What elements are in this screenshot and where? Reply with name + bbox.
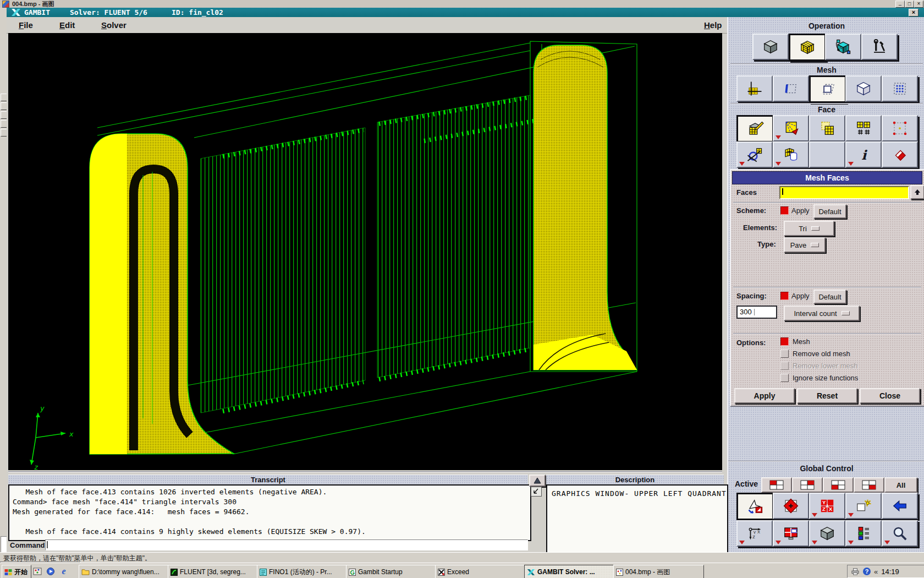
gambit-titlebar[interactable]: GAMBIT Solver: FLUENT 5/6 ID: fin_cl02 ×	[7, 8, 924, 17]
taskbar-task-fluent[interactable]: FLUENT [3d, segreg...	[168, 565, 258, 578]
spacing-input[interactable]: 300	[736, 306, 777, 319]
paint-statusbar: 要获得帮助，请在"帮助"菜单中，单击"帮助主题"。	[0, 552, 924, 563]
face-copy-mesh-button[interactable]	[809, 115, 845, 141]
quick-launch-paint-icon[interactable]	[32, 566, 43, 577]
operation-geometry-button[interactable]	[752, 34, 789, 60]
taskbar-task-fino[interactable]: FINO1 (活动的) - Pr...	[257, 565, 348, 578]
help-tray-icon[interactable]: ?	[863, 568, 871, 575]
operation-tools-button[interactable]	[861, 34, 898, 60]
transcript-header[interactable]: Transcript	[8, 475, 528, 485]
active-quadrant-4-button[interactable]	[854, 477, 884, 493]
command-input[interactable]	[45, 539, 528, 550]
svg-text:Z: Z	[822, 506, 826, 512]
taskbar-task-gambit[interactable]: GAMBIT Solver: ...	[524, 565, 615, 578]
operation-mesh-button[interactable]	[789, 34, 826, 61]
boundary-layer-icon	[745, 80, 764, 97]
fluent-icon	[170, 569, 178, 576]
mesh-edge-button[interactable]	[773, 75, 809, 102]
display-attributes-button[interactable]	[845, 493, 882, 519]
active-quadrant-3-button[interactable]	[823, 477, 854, 493]
active-quadrant-2-button[interactable]	[792, 477, 823, 493]
edge-mesh-icon	[782, 80, 800, 97]
screen-layout-button[interactable]	[773, 520, 809, 547]
graphics-viewport[interactable]: x y z	[8, 33, 722, 470]
menu-file[interactable]: File	[19, 20, 33, 30]
option-mesh-checkbox[interactable]	[780, 337, 789, 346]
spacing-apply-checkbox[interactable]	[780, 292, 789, 300]
paint-close-button[interactable]: ×	[914, 1, 923, 8]
undo-view-button[interactable]	[882, 493, 918, 519]
quadrant-top-right-icon	[800, 480, 815, 490]
face-link-mesh-button[interactable]	[845, 115, 882, 141]
all-quadrants-button[interactable]: All	[884, 477, 917, 493]
menu-solver[interactable]: Solver	[101, 20, 127, 30]
faces-list-button[interactable]	[910, 185, 924, 199]
face-mesh-faces-button[interactable]	[736, 115, 774, 143]
mesh-face-button[interactable]	[809, 75, 846, 103]
render-model-button[interactable]	[809, 520, 845, 547]
form-close-button[interactable]: Close	[860, 388, 920, 403]
transcript-detach-button[interactable]	[531, 487, 542, 497]
fit-to-window-button[interactable]	[736, 493, 774, 520]
taskbar-task-gambit-startup[interactable]: G Gambit Startup	[346, 565, 437, 578]
quick-launch-media-icon[interactable]	[45, 566, 56, 577]
option-ignore-size-functions-checkbox[interactable]	[780, 374, 789, 382]
transcript-scroll-up-button[interactable]	[529, 475, 546, 487]
active-quadrant-1-button[interactable]	[761, 477, 792, 493]
taskbar-task-exceed[interactable]: Exceed	[435, 565, 526, 578]
mesh-boundary-layer-button[interactable]	[736, 75, 773, 102]
quick-launch-ie-icon[interactable]: e	[58, 566, 69, 577]
spacing-default-button[interactable]: Default	[813, 290, 846, 304]
start-button[interactable]: 开始	[2, 565, 31, 578]
scheme-label: Scheme:	[736, 206, 766, 215]
titlebar-app-name: GAMBIT	[24, 8, 50, 17]
gambit-close-button[interactable]: ×	[909, 9, 919, 17]
face-empty-button[interactable]	[809, 141, 845, 168]
transcript-line: Mesh generated for face face.414: mesh f…	[13, 507, 530, 517]
face-summarize-button[interactable]	[882, 115, 918, 141]
spacing-mode-option-menu[interactable]: Interval count	[784, 306, 860, 321]
face-info-button[interactable]: i	[845, 141, 882, 168]
color-legend-button[interactable]	[845, 520, 882, 547]
fino-document-icon	[260, 569, 267, 576]
form-reset-button[interactable]: Reset	[797, 388, 857, 403]
option-remove-old-mesh-checkbox[interactable]	[780, 350, 789, 358]
faces-input[interactable]	[779, 186, 909, 199]
paint-maximize-button[interactable]: □	[905, 1, 914, 8]
scheme-apply-checkbox[interactable]	[780, 206, 789, 215]
face-move-mesh-button[interactable]	[773, 141, 809, 168]
taskbar-task-paint[interactable]: 004.bmp - 画图	[613, 565, 704, 578]
examine-mesh-button[interactable]	[882, 520, 918, 547]
elements-option-menu[interactable]: Tri	[784, 221, 834, 236]
tray-chevron[interactable]: «	[874, 568, 878, 576]
printer-tray-icon[interactable]	[851, 568, 860, 575]
svg-text:G: G	[350, 569, 355, 575]
render-light-icon	[854, 498, 873, 514]
axis-orientation-button[interactable]: YXZ	[736, 520, 773, 547]
align-axes-button[interactable]: YYZX	[809, 493, 845, 519]
operation-zones-button[interactable]	[825, 34, 861, 60]
mesh-title: Mesh	[728, 66, 924, 74]
paint-minimize-button[interactable]: _	[895, 1, 905, 8]
menu-edit[interactable]: Edit	[59, 20, 75, 30]
menu-help[interactable]: Help	[704, 20, 722, 30]
scheme-default-button[interactable]: Default	[813, 204, 846, 219]
undo-arrow-icon	[890, 498, 909, 514]
description-header[interactable]: Description	[546, 475, 724, 485]
mesh-volume-button[interactable]	[845, 75, 882, 102]
type-option-menu[interactable]: Pave	[784, 237, 826, 253]
color-legend-icon	[854, 525, 873, 542]
volume-mesh-icon	[854, 80, 873, 97]
description-text: GRAPHICS WINDOW- UPPER LEFT QUADRANT	[552, 489, 727, 499]
transcript-line: Command> face mesh "face.414" triangle i…	[13, 497, 530, 507]
orient-model-button[interactable]	[773, 493, 809, 519]
face-vertex-spacing-button[interactable]	[773, 115, 809, 141]
titlebar-solver: Solver: FLUENT 5/6	[70, 8, 147, 17]
active-label: Active	[735, 479, 758, 488]
face-smooth-button[interactable]	[736, 141, 773, 168]
type-label: Type:	[757, 240, 776, 248]
face-delete-mesh-button[interactable]	[882, 141, 918, 168]
form-apply-button[interactable]: Apply	[734, 388, 795, 403]
mesh-group-button[interactable]	[882, 75, 918, 102]
taskbar-task-folder[interactable]: D:\tommy wang\fluen...	[79, 565, 169, 578]
